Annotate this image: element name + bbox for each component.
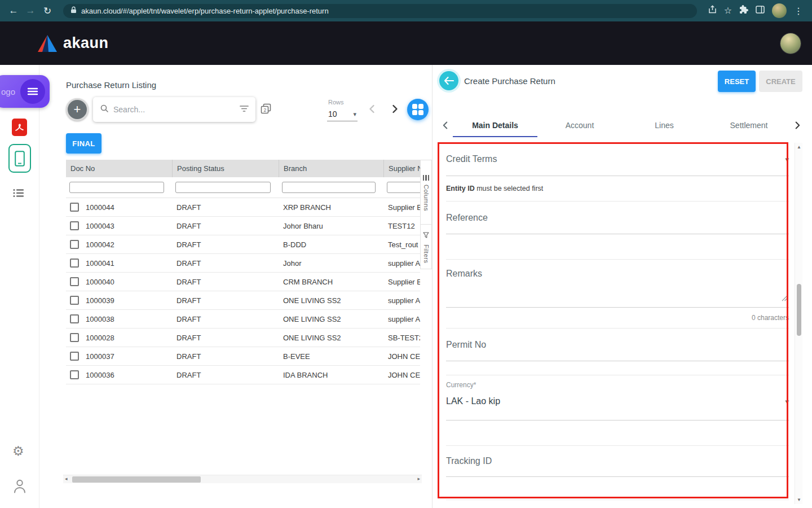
- menu-toggle-icon[interactable]: [20, 79, 45, 104]
- permit-helper-row: [446, 361, 789, 375]
- sidebar-logo-pill[interactable]: ogo: [0, 75, 50, 108]
- table-row[interactable]: 1000039DRAFTONE LIVING SS2supplier AA: [66, 291, 420, 310]
- extensions-puzzle-icon[interactable]: [739, 5, 748, 16]
- back-button[interactable]: [439, 71, 458, 90]
- create-button[interactable]: CREATE: [759, 71, 802, 92]
- row-checkbox[interactable]: [70, 221, 79, 230]
- mobile-applet-icon[interactable]: [8, 144, 31, 173]
- pdf-applet-icon[interactable]: [12, 119, 27, 138]
- horizontal-scrollbar[interactable]: ◂ ▸: [63, 475, 422, 483]
- side-panel-icon[interactable]: [756, 6, 765, 16]
- column-header-supplier[interactable]: Supplier Na: [383, 160, 420, 177]
- row-checkbox[interactable]: [70, 352, 79, 361]
- akaun-logo[interactable]: akaun: [37, 34, 109, 52]
- final-filter-button[interactable]: FINAL: [66, 133, 102, 154]
- tabs-scroll-right-chevron[interactable]: [791, 119, 804, 134]
- table-row[interactable]: 1000038DRAFTONE LIVING SS2supplier AA: [66, 310, 420, 329]
- columns-side-tab[interactable]: Columns: [420, 160, 432, 224]
- row-checkbox[interactable]: [70, 333, 79, 342]
- list-menu-icon[interactable]: [13, 189, 24, 200]
- row-checkbox[interactable]: [70, 259, 79, 268]
- tab-account[interactable]: Account: [537, 113, 622, 137]
- reference-input[interactable]: Reference: [446, 202, 789, 234]
- scroll-down-icon[interactable]: ▼: [797, 497, 801, 502]
- filter-input-doc-no[interactable]: [69, 182, 164, 193]
- search-input[interactable]: [113, 105, 235, 114]
- currency-value: LAK - Lao kip: [446, 396, 500, 406]
- svg-text:2: 2: [263, 107, 266, 113]
- settings-gear-icon[interactable]: ⚙: [12, 445, 24, 458]
- rows-label: Rows: [328, 99, 358, 106]
- credit-terms-select[interactable]: Credit Terms ▾: [446, 143, 789, 176]
- caret-down-icon: ▾: [353, 111, 356, 118]
- caret-down-icon: ▾: [785, 397, 789, 406]
- tabs-scroll-left-chevron[interactable]: [439, 119, 452, 134]
- table-row[interactable]: 1000040DRAFTCRM BRANCHSupplier B: [66, 273, 420, 291]
- tracking-id-input[interactable]: Tracking ID: [446, 446, 789, 477]
- reset-button[interactable]: RESET: [718, 71, 756, 92]
- table-row[interactable]: 1000042DRAFTB-DDDTest_rout: [66, 235, 420, 254]
- table-row[interactable]: 1000044DRAFTXRP BRANCHSupplier B: [66, 198, 420, 217]
- browser-refresh-icon[interactable]: ↻: [39, 3, 55, 19]
- row-checkbox[interactable]: [70, 203, 79, 212]
- vertical-scrollbar[interactable]: ▲ ▼: [795, 143, 802, 504]
- permit-no-label: Permit No: [446, 340, 486, 350]
- resize-handle-icon[interactable]: [782, 294, 788, 304]
- lock-icon: [70, 6, 77, 16]
- tab-settlement[interactable]: Settlement: [707, 113, 791, 137]
- profile-person-icon[interactable]: [14, 479, 26, 496]
- scroll-left-icon[interactable]: ◂: [65, 476, 68, 481]
- previous-page-chevron[interactable]: [365, 102, 379, 118]
- column-header-branch[interactable]: Branch: [279, 160, 383, 177]
- browser-chrome: ← → ↻ akaun.cloud/#/applet/tnt/wavelet/e…: [0, 0, 812, 21]
- remarks-textarea[interactable]: Remarks: [446, 260, 789, 308]
- rows-per-page-select[interactable]: Rows 10 ▾: [327, 99, 358, 121]
- duplicate-layers-icon[interactable]: 2: [261, 103, 271, 116]
- filter-input-posting-status[interactable]: [175, 182, 271, 193]
- browser-profile-avatar[interactable]: [772, 3, 787, 18]
- address-bar[interactable]: akaun.cloud/#/applet/tnt/wavelet/erp/pur…: [63, 4, 697, 18]
- applet-grid-button[interactable]: [407, 99, 429, 120]
- search-box: [93, 97, 255, 122]
- scroll-up-icon[interactable]: ▲: [797, 144, 801, 150]
- akaun-logo-icon: [37, 34, 58, 52]
- columns-tab-label: Columns: [423, 185, 430, 211]
- permit-no-input[interactable]: Permit No: [446, 329, 789, 361]
- horizontal-scroll-thumb[interactable]: [72, 476, 201, 483]
- rows-value: 10: [328, 110, 337, 119]
- table-row[interactable]: 1000041DRAFTJohorsupplier AA: [66, 254, 420, 273]
- browser-back-icon[interactable]: ←: [6, 3, 21, 19]
- back-arrow-icon: [444, 77, 454, 85]
- brand-text: akaun: [63, 34, 109, 52]
- row-checkbox[interactable]: [70, 370, 79, 379]
- row-checkbox[interactable]: [70, 296, 79, 305]
- filter-list-icon[interactable]: [240, 104, 249, 115]
- table-row[interactable]: 1000036DRAFTIDA BRANCHJOHN CENA: [66, 366, 420, 384]
- table-row[interactable]: 1000037DRAFTB-EVEEJOHN CENA: [66, 347, 420, 366]
- currency-select[interactable]: Currency* LAK - Lao kip ▾: [446, 375, 789, 421]
- row-checkbox[interactable]: [70, 277, 79, 286]
- next-page-chevron[interactable]: [388, 102, 401, 118]
- row-checkbox[interactable]: [70, 314, 79, 323]
- column-header-doc-no[interactable]: Doc No: [66, 160, 172, 177]
- add-button[interactable]: +: [66, 98, 89, 121]
- scroll-right-icon[interactable]: ▸: [417, 476, 420, 481]
- row-checkbox[interactable]: [70, 240, 79, 249]
- active-tab-indicator: [453, 136, 537, 137]
- tab-main-details[interactable]: Main Details: [453, 113, 537, 137]
- filters-side-tab[interactable]: Filters: [420, 224, 432, 269]
- browser-forward-icon[interactable]: →: [23, 3, 38, 19]
- table-row[interactable]: 1000028DRAFTONE LIVING SS2SB-TEST2: [66, 329, 420, 347]
- purchase-return-listing-panel: Purchase Return Listing + 2 Rows 10 ▾ FI…: [62, 65, 432, 508]
- user-avatar[interactable]: [780, 33, 801, 54]
- share-icon[interactable]: [708, 5, 717, 16]
- bookmark-star-icon[interactable]: ☆: [724, 6, 732, 15]
- tab-lines[interactable]: Lines: [622, 113, 707, 137]
- table-row[interactable]: 1000043DRAFTJohor BharuTEST12: [66, 217, 420, 235]
- reference-label: Reference: [446, 213, 488, 223]
- column-header-posting-status[interactable]: Posting Status: [172, 160, 279, 177]
- vertical-scroll-thumb[interactable]: [797, 284, 801, 336]
- filter-input-branch[interactable]: [282, 182, 376, 193]
- filter-input-supplier[interactable]: [387, 182, 420, 193]
- browser-menu-icon[interactable]: ⋮: [794, 6, 803, 16]
